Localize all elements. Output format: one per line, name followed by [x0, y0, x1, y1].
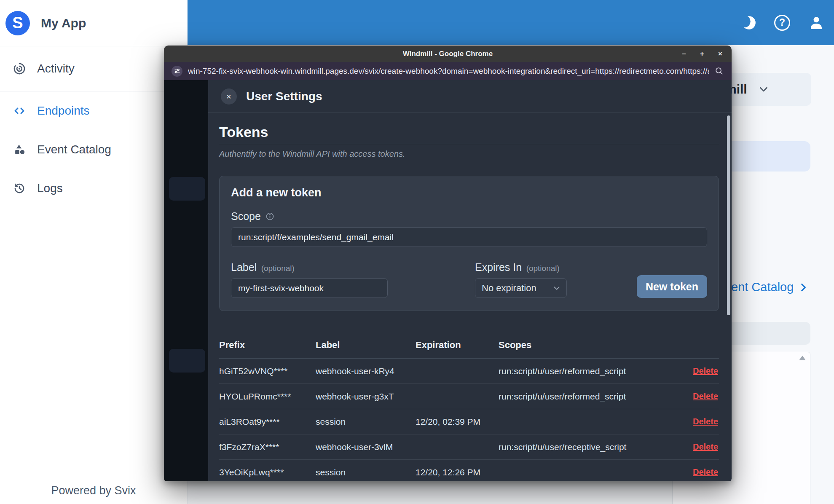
tokens-subtitle: Authentify to the Windmill API with acce… — [219, 149, 719, 159]
close-icon: × — [226, 91, 231, 102]
delete-token-link[interactable]: Delete — [693, 391, 719, 401]
sidebar-item-label: Endpoints — [37, 104, 90, 118]
sidebar-item-endpoints[interactable]: Endpoints — [0, 91, 187, 130]
svix-logo-icon: S — [5, 11, 30, 35]
help-glyph: ? — [779, 17, 785, 28]
chevron-down-icon — [552, 284, 561, 293]
delete-token-link[interactable]: Delete — [693, 442, 719, 452]
powered-by-svix: Powered by Svix — [0, 484, 187, 497]
token-label: session — [316, 467, 416, 477]
token-expiration: 12/20, 12:26 PM — [416, 467, 499, 477]
label-field-group: Label (optional) — [231, 261, 388, 298]
sidebar-item-logs[interactable]: Logs — [0, 169, 187, 208]
drawer-header: × User Settings — [208, 80, 732, 113]
delete-token-link[interactable]: Delete — [693, 417, 719, 426]
minimize-button[interactable]: – — [680, 50, 688, 58]
browser-viewport: × User Settings Tokens Authentify to the… — [164, 80, 732, 481]
event-catalog-link-label: ent Catalog — [731, 280, 794, 294]
sidebar-header: S My App — [0, 0, 187, 46]
app-name: My App — [41, 16, 86, 30]
drawer-content: Tokens Authentify to the Windmill API wi… — [208, 124, 732, 481]
expires-label: Expires In — [475, 261, 522, 273]
new-token-button[interactable]: New token — [637, 275, 707, 298]
window-controls: – + × — [680, 46, 724, 62]
token-prefix: aiL3ROat9y**** — [219, 417, 316, 427]
sidebar-item-label: Activity — [37, 62, 75, 75]
token-scopes: run:script/u/user/reformed_script — [499, 391, 680, 402]
delete-token-link[interactable]: Delete — [693, 467, 719, 477]
help-icon[interactable]: ? — [774, 15, 790, 31]
token-form-row: Label (optional) Expires In (optional) — [231, 261, 707, 298]
column-header-scopes: Scopes — [499, 340, 680, 351]
sidebar-item-activity[interactable]: Activity — [0, 46, 187, 91]
browser-url-bar: win-752-fix-svix-webhook-win.windmill.pa… — [164, 62, 732, 80]
chevron-right-icon — [798, 282, 809, 293]
delete-token-link[interactable]: Delete — [693, 366, 719, 376]
scope-label-row: Scope — [231, 210, 707, 223]
sidebar-item-label: Logs — [37, 182, 63, 195]
table-row: hGiT52wVNQ**** webhook-user-kRy4 run:scr… — [219, 359, 719, 384]
obscured-page-element — [169, 177, 205, 201]
maximize-button[interactable]: + — [698, 50, 706, 58]
event-catalog-icon — [13, 143, 26, 156]
token-label: webhook-user-kRy4 — [316, 366, 416, 376]
window-titlebar[interactable]: Windmill - Google Chrome – + × — [164, 46, 732, 62]
label-label: Label — [231, 261, 257, 273]
logs-icon — [13, 182, 26, 195]
tokens-heading: Tokens — [219, 124, 719, 140]
endpoints-icon — [13, 104, 26, 118]
column-header-expiration: Expiration — [416, 340, 499, 351]
token-prefix: f3FzoZ7raX**** — [219, 442, 316, 452]
token-expiration: 12/20, 02:39 PM — [416, 417, 499, 427]
sidebar: S My App Activity Endpoints Event Catalo… — [0, 0, 188, 504]
token-prefix: 3YeOiKpLwq**** — [219, 467, 316, 477]
drawer-title: User Settings — [246, 90, 322, 103]
label-input[interactable] — [231, 278, 388, 298]
token-scopes: run:script/u/user/reformed_script — [499, 366, 680, 376]
expires-field-group: Expires In (optional) No expiration — [475, 261, 567, 298]
user-settings-drawer: × User Settings Tokens Authentify to the… — [208, 80, 732, 481]
tokens-table-header: Prefix Label Expiration Scopes — [219, 334, 719, 359]
token-label: session — [316, 417, 416, 427]
table-row: f3FzoZ7raX**** webhook-user-3vlM run:scr… — [219, 434, 719, 460]
chrome-window: Windmill - Google Chrome – + × win-752-f… — [164, 46, 732, 481]
table-row: 3YeOiKpLwq**** session 12/20, 12:26 PM D… — [219, 460, 719, 481]
info-icon[interactable] — [265, 212, 274, 221]
scope-input[interactable] — [231, 227, 707, 247]
token-prefix: hGiT52wVNQ**** — [219, 366, 316, 376]
token-label: webhook-user-g3xT — [316, 391, 416, 402]
close-drawer-button[interactable]: × — [221, 88, 237, 105]
column-header-prefix: Prefix — [219, 340, 316, 351]
tokens-table: Prefix Label Expiration Scopes hGiT52wVN… — [219, 334, 719, 481]
expires-selected-value: No expiration — [482, 283, 536, 294]
table-row: HYOLuPRomc**** webhook-user-g3xT run:scr… — [219, 384, 719, 409]
sidebar-item-label: Event Catalog — [37, 143, 111, 156]
moon-icon[interactable] — [740, 15, 756, 31]
scope-label: Scope — [231, 210, 261, 223]
column-header-label: Label — [316, 340, 416, 351]
event-catalog-link[interactable]: ent Catalog — [731, 280, 809, 294]
expires-select[interactable]: No expiration — [475, 278, 567, 298]
activity-icon — [13, 62, 26, 75]
zoom-page-icon[interactable] — [714, 66, 724, 76]
optional-hint: (optional) — [261, 264, 295, 273]
add-token-card: Add a new token Scope Lab — [219, 176, 719, 311]
chevron-down-icon — [757, 83, 770, 96]
drawer-scrollbar[interactable] — [727, 115, 730, 315]
divider — [219, 144, 719, 144]
url-input[interactable]: win-752-fix-svix-webhook-win.windmill.pa… — [188, 67, 709, 76]
site-settings-icon[interactable] — [172, 66, 182, 77]
app-top-header: ? — [188, 0, 834, 45]
table-row: aiL3ROat9y**** session 12/20, 02:39 PM D… — [219, 409, 719, 434]
token-prefix: HYOLuPRomc**** — [219, 391, 316, 402]
user-icon[interactable] — [808, 14, 825, 31]
token-scopes: run:script/u/user/receptive_script — [499, 442, 680, 452]
token-label: webhook-user-3vlM — [316, 442, 416, 452]
scroll-up-arrow-icon[interactable] — [799, 356, 806, 360]
close-window-button[interactable]: × — [716, 50, 724, 58]
sidebar-item-event-catalog[interactable]: Event Catalog — [0, 130, 187, 169]
window-title: Windmill - Google Chrome — [403, 50, 493, 58]
add-token-heading: Add a new token — [231, 186, 707, 199]
optional-hint: (optional) — [526, 264, 560, 273]
logo-letter: S — [12, 14, 23, 32]
